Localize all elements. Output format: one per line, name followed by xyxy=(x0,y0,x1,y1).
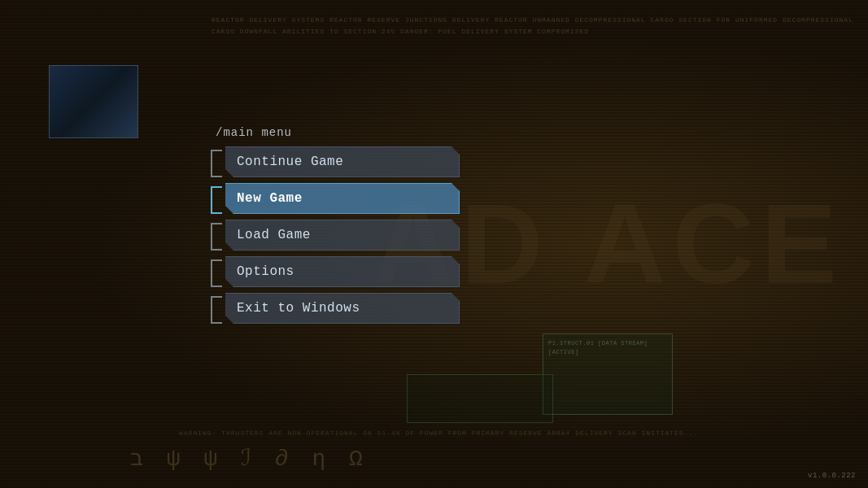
menu-label-text-load-game: Load Game xyxy=(237,228,311,242)
deco-panel-bottom-center xyxy=(407,374,553,423)
thumbnail-panel xyxy=(49,65,138,138)
menu-bracket-continue-game xyxy=(207,146,225,177)
menu-title: /main menu xyxy=(207,126,460,139)
thumbnail-image xyxy=(50,66,137,137)
menu-bracket-options xyxy=(207,256,225,287)
alien-symbols: ב ψ ψ ℐ ∂ η Ω xyxy=(130,444,368,472)
version-label: v1.0.0.222 xyxy=(808,472,856,480)
menu-label-bg-exit-windows: Exit to Windows xyxy=(225,293,460,324)
menu-bracket-new-game xyxy=(207,183,225,214)
menu-label-text-options: Options xyxy=(237,264,294,279)
menu-item-continue-game[interactable]: Continue Game xyxy=(207,146,460,178)
menu-label-bg-new-game: New Game xyxy=(225,183,460,214)
main-menu: /main menu Continue GameNew GameLoad Gam… xyxy=(207,126,460,329)
menu-label-bg-continue-game: Continue Game xyxy=(225,146,460,177)
menu-item-new-game[interactable]: New Game xyxy=(207,182,460,215)
lore-text-bottom: WARNING: THRUSTERS ARE NON-OPERATIONAL O… xyxy=(179,428,698,439)
menu-label-text-new-game: New Game xyxy=(237,191,303,206)
menu-bracket-load-game xyxy=(207,220,225,251)
lore-text-top: REACTOR DELIVERY SYSTEMS REACTOR RESERVE… xyxy=(212,15,868,37)
menu-item-load-game[interactable]: Load Game xyxy=(207,219,460,251)
menu-label-bg-load-game: Load Game xyxy=(225,220,460,251)
menu-label-text-exit-windows: Exit to Windows xyxy=(237,301,360,316)
warning-panel: P1.STRUCT.01 [DATA STREAM] [ACTIVE] xyxy=(543,333,673,415)
menu-label-bg-options: Options xyxy=(225,256,460,287)
menu-label-text-continue-game: Continue Game xyxy=(237,155,343,169)
menu-bracket-exit-windows xyxy=(207,293,225,324)
menu-item-exit-windows[interactable]: Exit to Windows xyxy=(207,292,460,325)
menu-item-options[interactable]: Options xyxy=(207,255,460,288)
